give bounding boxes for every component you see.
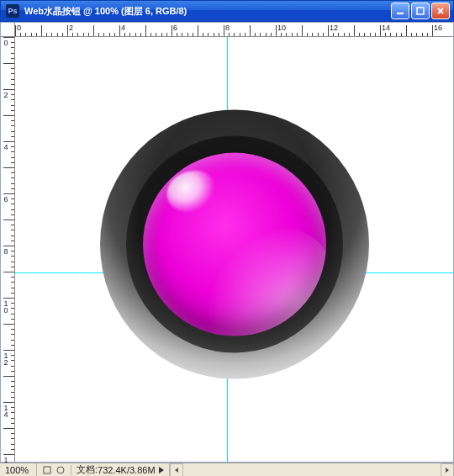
ruler-v-label: 12 [3,352,9,365]
titlebar: Ps Web水晶按钮 @ 100% (图层 6, RGB/8) [0,0,454,22]
status-icon-1[interactable] [42,465,52,475]
statusbar: 100% 文档: 732.4K/3.86M [0,463,454,476]
horizontal-scrollbar[interactable] [170,463,454,476]
doc-size-cell[interactable]: 文档: 732.4K/3.86M [71,463,170,476]
window-title: Web水晶按钮 @ 100% (图层 6, RGB/8) [24,5,391,18]
sphere-highlight [169,204,326,336]
canvas[interactable] [15,37,453,462]
status-icon-2[interactable] [55,465,66,475]
ruler-h-label: 2 [69,24,73,32]
maximize-button[interactable] [411,3,430,19]
inner-ring [126,135,343,352]
app-icon: Ps [6,4,19,18]
ruler-v-label: 8 [3,247,9,254]
doc-size-menu-icon[interactable] [159,467,164,473]
ruler-vertical[interactable]: 0246810121416 [1,37,15,462]
ruler-v-label: 10 [3,299,9,313]
ruler-v-label: 14 [3,404,9,417]
crystal-button-artwork [100,109,369,378]
ruler-origin[interactable] [1,23,15,37]
scroll-left-button[interactable] [170,463,183,476]
ruler-h-label: 4 [121,24,125,32]
minimize-button[interactable] [391,3,409,19]
ruler-v-label: 2 [3,91,9,98]
svg-rect-2 [44,467,50,473]
outer-ring [100,109,369,378]
crystal-sphere [143,152,326,336]
ruler-h-label: 10 [277,24,286,32]
ruler-h-label: 12 [330,24,338,32]
ruler-h-label: 16 [434,24,442,32]
ruler-horizontal[interactable]: 0246810121416 [15,23,453,37]
doc-size-label: 文档: [77,463,98,476]
ruler-v-label: 4 [3,143,9,150]
scroll-right-button[interactable] [441,463,454,476]
status-icons [37,465,71,475]
zoom-field[interactable]: 100% [0,463,37,476]
ruler-v-label: 6 [3,195,9,202]
ruler-h-label: 8 [225,24,230,32]
document-window: 0246810121416 0246810121416 [0,22,454,463]
ruler-h-label: 6 [173,24,177,32]
close-button[interactable] [431,3,450,19]
svg-rect-1 [417,8,424,14]
svg-rect-0 [397,13,404,14]
ruler-v-label: 0 [3,39,9,45]
window-controls [391,3,450,19]
ruler-h-label: 14 [382,24,390,32]
svg-point-3 [57,467,64,473]
ruler-h-label: 0 [17,24,21,32]
doc-size-value: 732.4K/3.86M [98,465,156,475]
